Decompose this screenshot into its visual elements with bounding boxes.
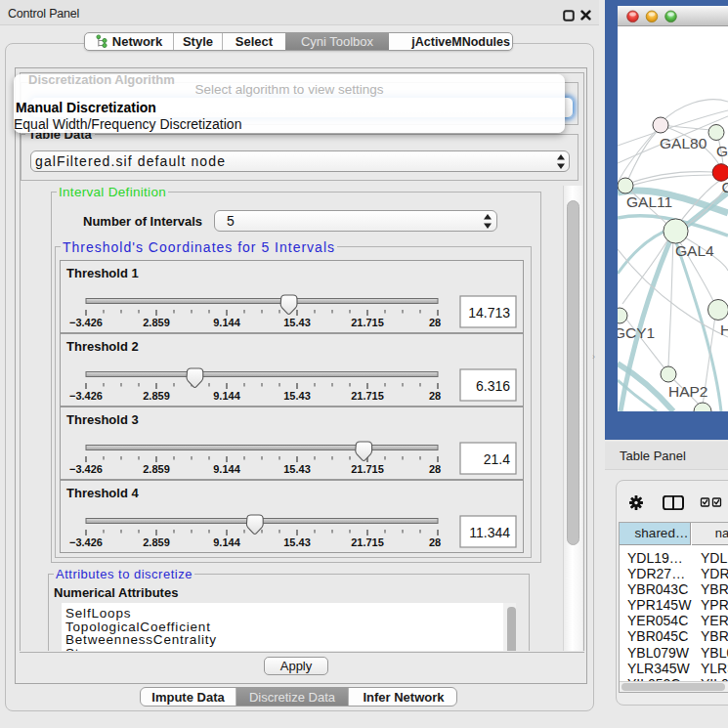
svg-text:HAP2: HAP2 (668, 383, 708, 400)
svg-text:GA: GA (716, 143, 728, 159)
svg-text:14.713: 14.713 (468, 305, 510, 321)
svg-text:2.859: 2.859 (143, 317, 170, 328)
svg-text:H: H (720, 321, 728, 338)
svg-text:9.144: 9.144 (213, 390, 240, 402)
svg-text:28: 28 (429, 390, 441, 402)
svg-text:28: 28 (429, 463, 441, 475)
svg-text:6.316: 6.316 (476, 378, 510, 394)
svg-text:28: 28 (429, 536, 441, 548)
svg-text:15.43: 15.43 (283, 536, 311, 548)
svg-text:28: 28 (429, 317, 441, 328)
svg-text:15.43: 15.43 (283, 390, 311, 402)
svg-text:2.859: 2.859 (143, 390, 170, 402)
svg-text:−3.426: −3.426 (69, 536, 103, 548)
svg-text:11.344: 11.344 (469, 525, 510, 540)
svg-text:−3.426: −3.426 (69, 463, 103, 475)
svg-text:21.715: 21.715 (351, 536, 384, 548)
svg-text:21.715: 21.715 (351, 317, 384, 328)
svg-text:2.859: 2.859 (143, 536, 170, 548)
svg-text:9.144: 9.144 (213, 463, 240, 475)
svg-text:C: C (722, 179, 728, 195)
svg-text:9.144: 9.144 (213, 317, 240, 328)
svg-text:GAL80: GAL80 (660, 135, 707, 151)
svg-text:−3.426: −3.426 (69, 390, 103, 402)
svg-text:−3.426: −3.426 (69, 317, 103, 328)
svg-text:15.43: 15.43 (283, 317, 311, 328)
svg-text:2.859: 2.859 (143, 463, 170, 475)
svg-text:GAL11: GAL11 (626, 193, 672, 210)
svg-text:GAL4: GAL4 (675, 242, 714, 259)
svg-text:21.4: 21.4 (484, 451, 510, 467)
svg-text:GCY1: GCY1 (618, 324, 655, 341)
svg-text:21.715: 21.715 (351, 463, 384, 475)
svg-text:21.715: 21.715 (351, 390, 384, 402)
svg-text:15.43: 15.43 (283, 463, 311, 475)
svg-text:9.144: 9.144 (213, 536, 240, 548)
